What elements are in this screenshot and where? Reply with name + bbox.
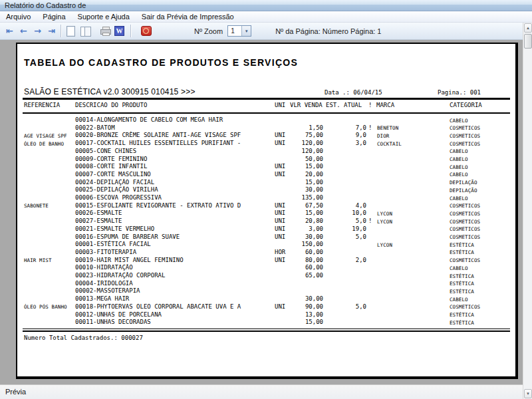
- cell-marca: BENETON: [377, 125, 398, 131]
- cell-vlr: 90,00: [282, 303, 323, 310]
- menu-item-sair-da-previa-de-impressao[interactable]: Sair da Prévia de Impressão: [136, 11, 240, 22]
- previous-page-icon: ←: [20, 27, 27, 35]
- table-row: ÓLEO DE BANHO00017-COCKTAIL HUILES ESSEN…: [17, 140, 513, 148]
- export-word-button[interactable]: W: [112, 25, 126, 38]
- col-header-marca: MARCA: [376, 102, 394, 108]
- status-label: Prévia: [5, 388, 26, 396]
- single-page-view-button[interactable]: [64, 25, 78, 38]
- cell-cat: CABELO: [450, 148, 468, 154]
- cell-vlr: 15,00: [282, 179, 323, 186]
- next-page-icon: →: [34, 27, 41, 35]
- cell-est: 2,0: [335, 257, 366, 263]
- cell-cat: COSMETICOS: [450, 203, 480, 209]
- two-page-icon: [80, 27, 90, 36]
- footer-rule-thick: [23, 331, 510, 332]
- cell-cat: CABELO: [450, 172, 468, 178]
- two-page-view-button[interactable]: [78, 25, 92, 38]
- titlebar: Relatório do Cadastro de: [0, 0, 532, 11]
- cell-vlr: 30,00: [282, 233, 323, 240]
- report-footer-total: Numero Total Cadastrados.: 000027: [24, 334, 143, 341]
- last-page-button[interactable]: ⇥: [45, 25, 59, 38]
- cell-marca: DIOR: [377, 133, 389, 139]
- table-row: 00010-HIDRATAÇÃO60,00CABELO: [17, 264, 513, 272]
- last-page-icon: ⇥: [48, 27, 55, 35]
- cell-cat: CABELO: [450, 164, 468, 170]
- page-nav-group: ⇤←→⇥: [3, 25, 59, 38]
- cell-cat: ESTÉTICA: [450, 242, 474, 248]
- menu-item-pagina[interactable]: Página: [37, 11, 71, 22]
- table-row: 00014-ALONGAMENTO DE CABELO COM MEGA HAI…: [17, 116, 513, 124]
- cell-est: 5,0: [335, 303, 366, 310]
- scroll-up-icon[interactable]: ▲: [524, 23, 532, 33]
- table-row: 00004-IRIDOLOGIAESTÉTICA: [17, 280, 513, 288]
- zoom-select-value: 1: [228, 27, 241, 35]
- previous-page-button[interactable]: ←: [17, 25, 31, 38]
- cell-desc: 00017-COCKTAIL HUILES ESSENTIELLES PURIF…: [75, 140, 241, 146]
- cell-desc: 00010-HIDRATAÇÃO: [75, 264, 133, 271]
- first-page-button[interactable]: ⇤: [3, 25, 17, 38]
- zoom-select[interactable]: 1 ▼: [227, 25, 251, 37]
- cell-cat: COSMETICOS: [450, 133, 480, 139]
- scrollbar-thumb[interactable]: [524, 34, 532, 49]
- cell-est: 4,0: [335, 202, 366, 209]
- table-row: 00022-BATOM1,507,0!BENETONCOSMETICOS: [17, 124, 513, 132]
- vertical-scrollbar[interactable]: ▲ ▼: [523, 23, 532, 399]
- cell-desc: 00013-MEGA HAIR: [75, 295, 129, 302]
- cell-desc: 00012-UNHAS DE PORCELANA: [75, 311, 162, 318]
- col-header-vlr-venda: VLR VENDA: [290, 102, 323, 108]
- single-page-icon: [66, 26, 75, 37]
- table-row: 00003-FITOTERAPIAHOR60,00ESTÉTICA: [17, 249, 513, 257]
- exit-preview-button[interactable]: [139, 25, 153, 38]
- cell-desc: 00005-CONE CHINES: [75, 148, 136, 154]
- statusbar: Prévia: [0, 384, 523, 399]
- print-button[interactable]: [98, 25, 112, 38]
- menu-item-arquivo[interactable]: Arquivo: [0, 11, 37, 22]
- cell-vlr: 30,00: [282, 295, 323, 302]
- cell-cat: CABELO: [450, 118, 468, 124]
- cell-cat: ESTÉTICA: [450, 249, 474, 255]
- cell-desc: 00007-CORTE MASCULINO: [75, 171, 151, 178]
- cell-desc: 00006-ESCOVA PROGRESSIVA: [75, 194, 162, 201]
- next-page-button[interactable]: →: [31, 25, 45, 38]
- table-row: 00006-ESCOVA PROGRESSIVA135,00CABELO: [17, 194, 513, 202]
- menu-item-suporte-e-ajuda[interactable]: Suporte e Ajuda: [72, 11, 136, 22]
- cell-vlr: 15,00: [282, 209, 323, 216]
- scroll-down-icon[interactable]: ▼: [524, 389, 532, 398]
- footer-rule-thin: [23, 329, 510, 329]
- page-number-info: Nº da Página: Número Página: 1: [275, 27, 381, 35]
- table-row: 00024-DEPILAÇÃO FACIAL15,00DEPILAÇÃO: [17, 179, 513, 187]
- table-row: 00002-MASSOTERAPIAESTÉTICA: [17, 287, 513, 295]
- cell-cat: ESTÉTICA: [450, 320, 474, 326]
- report-title: TABELA DO CADASTRO DE PRODUTOS E SERVIÇO…: [24, 57, 298, 68]
- cell-cat: COSMETICOS: [450, 219, 480, 225]
- table-row: SABONETE00015-ESFOLIANTE REVIGORANTE - E…: [17, 202, 513, 210]
- cell-desc: 00001-ESTÉTICA FACIAL: [75, 241, 151, 247]
- cell-cat: COSMETICOS: [450, 234, 480, 240]
- cell-desc: 00024-DEPILAÇÃO FACIAL: [75, 179, 154, 186]
- cell-marca: LYCON: [377, 219, 392, 225]
- cell-desc: 00019-HAIR MIST ANGEL FEMININO: [75, 257, 184, 263]
- word-icon: W: [114, 26, 124, 36]
- cell-vlr: 30,00: [282, 186, 323, 193]
- cell-desc: 00022-BATOM: [75, 124, 115, 131]
- cell-cat: ESTÉTICA: [450, 281, 474, 287]
- report-app-line: SALÃO E ESTÉTICA v2.0 300915 010415 >>>: [24, 87, 196, 96]
- cell-cat: DEPILAÇÃO: [450, 180, 477, 186]
- cell-ref: SABONETE: [24, 203, 74, 209]
- cell-vlr: 15,00: [282, 319, 323, 325]
- cell-vlr: 80,00: [282, 257, 323, 263]
- cell-desc: 00004-IRIDOLOGIA: [75, 280, 133, 287]
- cell-vlr: 60,00: [282, 249, 323, 255]
- cell-cat: COSMETICOS: [450, 141, 480, 147]
- cell-ref: ÓLEO DE BANHO: [24, 141, 74, 147]
- toolbar-separator: [130, 25, 132, 37]
- cell-vlr: 1,50: [282, 124, 323, 131]
- cell-desc: 00002-MASSOTERAPIA: [75, 287, 140, 294]
- cell-ref: ÓLEO PÓS BANHO: [24, 304, 74, 310]
- preview-area: TABELA DO CADASTRO DE PRODUTOS E SERVIÇO…: [0, 40, 523, 384]
- cell-desc: 00003-FITOTERAPIA: [75, 249, 136, 255]
- cell-est: 10,0: [335, 209, 366, 216]
- chevron-down-icon[interactable]: ▼: [241, 26, 251, 36]
- col-header-referencia: REFERENCIA: [24, 102, 60, 108]
- cell-est: 5,0: [335, 217, 366, 224]
